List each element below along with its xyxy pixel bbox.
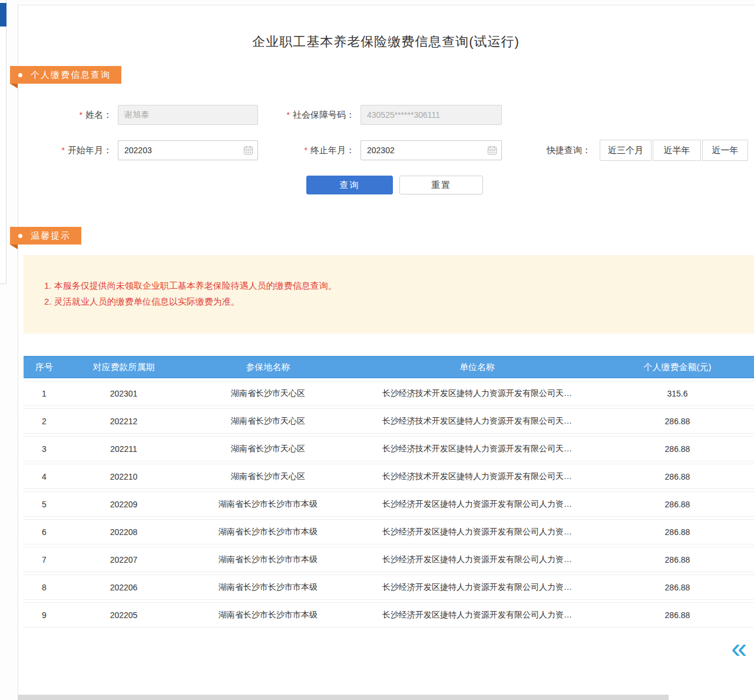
col-header-employer: 单位名称 xyxy=(353,356,601,378)
table-cell: 湖南省长沙市长沙市市本级 xyxy=(183,574,353,600)
table-row: 7202207湖南省长沙市长沙市市本级长沙经济开发区捷特人力资源开发有限公司人力… xyxy=(24,547,754,572)
table-cell: 286.88 xyxy=(601,464,754,489)
table-cell: 湖南省长沙市天心区 xyxy=(183,381,353,406)
calendar-icon[interactable] xyxy=(487,146,497,155)
table-cell: 286.88 xyxy=(601,408,754,434)
ssn-label: *社会保障号码： xyxy=(264,110,355,121)
table-cell: 长沙经济技术开发区捷特人力资源开发有限公司天… xyxy=(353,436,601,461)
end-month-field[interactable] xyxy=(361,140,502,160)
start-month-field[interactable] xyxy=(118,140,258,160)
table-cell: 湖南省长沙市长沙市市本级 xyxy=(183,519,353,544)
table-cell: 286.88 xyxy=(601,574,754,600)
table-cell: 3 xyxy=(24,436,65,461)
table-cell: 8 xyxy=(24,574,65,600)
quick-query-halfyear-button[interactable]: 近半年 xyxy=(653,140,701,161)
query-button[interactable]: 查询 xyxy=(306,176,393,194)
table-cell: 202206 xyxy=(65,574,183,600)
section-header-label: 个人缴费信息查询 xyxy=(31,66,111,84)
col-header-period: 对应费款所属期 xyxy=(65,356,183,378)
table-cell: 湖南省长沙市天心区 xyxy=(183,464,353,489)
table-cell: 7 xyxy=(24,547,65,572)
table-row: 6202208湖南省长沙市长沙市市本级长沙经济开发区捷特人力资源开发有限公司人力… xyxy=(24,519,754,544)
tips-panel: 1. 本服务仅提供尚未领取企业职工基本养老保险待遇人员的缴费信息查询。 2. 灵… xyxy=(24,255,754,334)
table-cell: 1 xyxy=(24,381,65,406)
required-asterisk: * xyxy=(80,110,82,120)
table-cell: 286.88 xyxy=(601,547,754,572)
quick-query-1year-button[interactable]: 近一年 xyxy=(702,140,748,161)
table-cell: 202301 xyxy=(65,381,183,406)
quick-query-3months-button[interactable]: 近三个月 xyxy=(600,140,652,161)
bottom-scroll-strip xyxy=(18,695,669,700)
name-label: *姓名： xyxy=(52,110,112,121)
table-row: 2202212湖南省长沙市天心区长沙经济技术开发区捷特人力资源开发有限公司天…2… xyxy=(24,408,754,434)
table-row: 4202210湖南省长沙市天心区长沙经济技术开发区捷特人力资源开发有限公司天…2… xyxy=(24,464,754,489)
table-cell: 5 xyxy=(24,491,65,517)
table-cell: 4 xyxy=(24,464,65,489)
end-month-wrapper xyxy=(361,140,502,160)
calendar-icon[interactable] xyxy=(243,146,253,155)
tip-line-2: 2. 灵活就业人员的缴费单位信息以实际缴费为准。 xyxy=(44,293,742,309)
collapse-chevron-icon[interactable]: « xyxy=(731,634,747,662)
required-asterisk: * xyxy=(62,146,65,155)
table-cell: 湖南省长沙市长沙市市本级 xyxy=(183,602,353,628)
table-row: 1202301湖南省长沙市天心区长沙经济技术开发区捷特人力资源开发有限公司天…3… xyxy=(24,381,754,406)
quick-query-group: 近三个月 近半年 近一年 xyxy=(600,140,748,161)
table-row: 3202211湖南省长沙市天心区长沙经济技术开发区捷特人力资源开发有限公司天…2… xyxy=(24,436,754,461)
page-title: 企业职工基本养老保险缴费信息查询(试运行) xyxy=(18,33,754,51)
table-cell: 长沙经济开发区捷特人力资源开发有限公司人力资… xyxy=(353,519,601,544)
section-header-label: 温馨提示 xyxy=(31,227,71,245)
page: 企业职工基本养老保险缴费信息查询(试运行) 个人缴费信息查询 *姓名： *社会保… xyxy=(0,0,754,700)
table-cell: 湖南省长沙市长沙市市本级 xyxy=(183,547,353,572)
tip-line-1: 1. 本服务仅提供尚未领取企业职工基本养老保险待遇人员的缴费信息查询。 xyxy=(44,278,742,293)
table-cell: 286.88 xyxy=(601,436,754,461)
required-asterisk: * xyxy=(305,146,307,155)
sidebar-blue-tab[interactable] xyxy=(0,3,6,27)
table-row: 8202206湖南省长沙市长沙市市本级长沙经济开发区捷特人力资源开发有限公司人力… xyxy=(24,574,754,600)
table-cell: 长沙经济开发区捷特人力资源开发有限公司人力资… xyxy=(353,547,601,572)
quick-query-label: 快捷查询： xyxy=(547,145,596,156)
col-header-amount: 个人缴费金额(元) xyxy=(601,356,754,378)
end-month-label: *终止年月： xyxy=(287,145,355,156)
left-sidebar-strip xyxy=(0,0,6,284)
col-header-insured-place: 参保地名称 xyxy=(183,356,353,378)
bullet-icon xyxy=(18,234,22,238)
table-cell: 湖南省长沙市长沙市市本级 xyxy=(183,491,353,517)
table-row: 9202205湖南省长沙市长沙市市本级长沙经济开发区捷特人力资源开发有限公司人力… xyxy=(24,602,754,628)
table-cell: 长沙经济开发区捷特人力资源开发有限公司人力资… xyxy=(353,574,601,600)
ssn-field[interactable] xyxy=(361,105,502,125)
results-table: 序号 对应费款所属期 参保地名称 单位名称 个人缴费金额(元) 1202301湖… xyxy=(24,354,754,630)
table-cell: 286.88 xyxy=(601,519,754,544)
table-cell: 9 xyxy=(24,602,65,628)
table-cell: 长沙经济开发区捷特人力资源开发有限公司人力资… xyxy=(353,602,601,628)
table-cell: 2 xyxy=(24,408,65,434)
name-field[interactable] xyxy=(118,105,258,125)
table-row: 5202209湖南省长沙市长沙市市本级长沙经济开发区捷特人力资源开发有限公司人力… xyxy=(24,491,754,517)
table-cell: 长沙经济技术开发区捷特人力资源开发有限公司天… xyxy=(353,408,601,434)
table-cell: 6 xyxy=(24,519,65,544)
table-cell: 长沙经济技术开发区捷特人力资源开发有限公司天… xyxy=(353,381,601,406)
required-asterisk: * xyxy=(287,110,290,120)
section-header-personal-query: 个人缴费信息查询 xyxy=(10,66,121,84)
table-cell: 长沙经济技术开发区捷特人力资源开发有限公司天… xyxy=(353,464,601,489)
ribbon-fold-decoration xyxy=(10,245,18,249)
section-header-tips: 温馨提示 xyxy=(10,227,81,245)
table-header-row: 序号 对应费款所属期 参保地名称 单位名称 个人缴费金额(元) xyxy=(24,356,754,378)
table-cell: 286.88 xyxy=(601,602,754,628)
table-cell: 286.88 xyxy=(601,491,754,517)
start-month-label: *开始年月： xyxy=(42,145,112,156)
table-cell: 315.6 xyxy=(601,381,754,406)
table-cell: 202209 xyxy=(65,491,183,517)
table-cell: 202205 xyxy=(65,602,183,628)
table-cell: 202212 xyxy=(65,408,183,434)
table-cell: 202207 xyxy=(65,547,183,572)
ribbon-fold-decoration xyxy=(10,84,18,88)
reset-button[interactable]: 重置 xyxy=(399,176,483,194)
table-cell: 202211 xyxy=(65,436,183,461)
bullet-icon xyxy=(18,73,22,77)
table-cell: 长沙经济开发区捷特人力资源开发有限公司人力资… xyxy=(353,491,601,517)
table-cell: 湖南省长沙市天心区 xyxy=(183,408,353,434)
table-cell: 202208 xyxy=(65,519,183,544)
col-header-index: 序号 xyxy=(24,356,65,378)
table-cell: 202210 xyxy=(65,464,183,489)
results-table-body: 1202301湖南省长沙市天心区长沙经济技术开发区捷特人力资源开发有限公司天…3… xyxy=(24,381,754,628)
